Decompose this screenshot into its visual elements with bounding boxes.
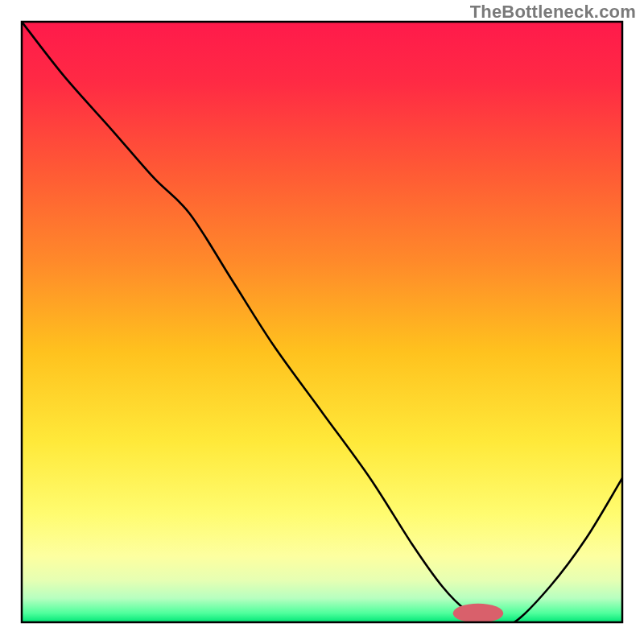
chart-stage: { "watermark": "TheBottleneck.com", "cha… <box>0 0 644 644</box>
watermark-text: TheBottleneck.com <box>470 2 636 23</box>
gradient-background <box>22 22 622 622</box>
optimal-marker <box>453 604 504 623</box>
bottleneck-chart <box>0 0 644 644</box>
